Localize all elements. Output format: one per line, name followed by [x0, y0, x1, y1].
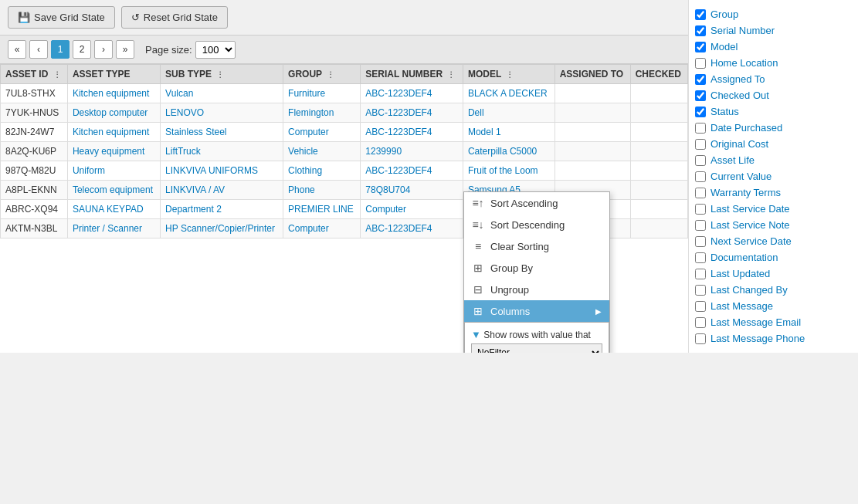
sidebar-label-warranty_terms: Warranty Terms — [710, 187, 781, 198]
context-menu-clear-sort[interactable]: ≡ Clear Sorting — [464, 235, 609, 257]
pagination-page-1-button[interactable]: 1 — [51, 40, 70, 59]
pagination-next-button[interactable]: › — [94, 40, 113, 59]
group-sort-icon: ⋮ — [327, 70, 334, 79]
sidebar-item-current_value[interactable]: Current Value — [695, 168, 852, 184]
cell-serial-number: ABC-1223DEF4 — [361, 123, 463, 142]
sidebar-checkbox-last_updated[interactable] — [695, 269, 706, 279]
filter-condition-1-select[interactable]: NoFilter Contains Does not contain Start… — [471, 343, 602, 353]
cell-serial-number: 1239990 — [361, 142, 463, 161]
sidebar-checkbox-date_purchased[interactable] — [695, 123, 706, 134]
sort-asc-icon: ≡↑ — [472, 197, 484, 209]
sidebar-item-last_message[interactable]: Last Message — [695, 298, 852, 314]
ungroup-icon: ⊟ — [472, 283, 484, 296]
reset-grid-state-button[interactable]: ↺ Reset Grid State — [121, 6, 228, 29]
pagination-page-2-button[interactable]: 2 — [73, 40, 91, 59]
save-grid-state-button[interactable]: 💾 Save Grid State — [8, 6, 115, 29]
table-row: 8A2Q-KU6P Heavy equipment LiftTruck Vehi… — [1, 142, 688, 161]
col-serial-number[interactable]: SERIAL NUMBER ⋮ — [361, 65, 463, 84]
cell-assigned-to — [554, 103, 630, 123]
sidebar-checkbox-checked_out[interactable] — [695, 90, 706, 101]
col-model[interactable]: MODEL ⋮ — [463, 65, 554, 84]
sidebar-checkbox-last_changed_by[interactable] — [695, 285, 706, 296]
sidebar-checkbox-status[interactable] — [695, 107, 706, 117]
sidebar-checkbox-last_message_email[interactable] — [695, 317, 706, 328]
col-sub-type[interactable]: SUB TYPE ⋮ — [161, 65, 283, 84]
sidebar-item-last_message_email[interactable]: Last Message Email — [695, 314, 852, 330]
right-sidebar: GroupSerial NumberModelHome LocationAssi… — [688, 0, 858, 353]
sidebar-item-serial_number[interactable]: Serial Number — [695, 22, 852, 39]
sidebar-checkbox-current_value[interactable] — [695, 171, 706, 182]
sidebar-item-warranty_terms[interactable]: Warranty Terms — [695, 184, 852, 201]
pagination-first-button[interactable]: « — [8, 40, 26, 59]
pagination-prev-button[interactable]: ‹ — [29, 40, 48, 59]
sidebar-item-model[interactable]: Model — [695, 39, 852, 55]
sidebar-item-last_service_note[interactable]: Last Service Note — [695, 217, 852, 233]
sidebar-item-next_service_date[interactable]: Next Service Date — [695, 233, 852, 249]
cell-asset-type: Heavy equipment — [67, 142, 160, 161]
sidebar-checkbox-model[interactable] — [695, 42, 706, 52]
sidebar-item-documentation[interactable]: Documentation — [695, 249, 852, 266]
cell-group: Vehicle — [283, 142, 361, 161]
context-menu-sort-desc[interactable]: ≡↓ Sort Descending — [464, 214, 609, 235]
sidebar-label-last_updated: Last Updated — [710, 268, 770, 279]
col-group[interactable]: GROUP ⋮ — [283, 65, 361, 84]
filter-panel: ▼ Show rows with value that NoFilter Con… — [464, 322, 609, 353]
sidebar-item-last_message_phone[interactable]: Last Message Phone — [695, 330, 852, 347]
context-menu-sort-asc[interactable]: ≡↑ Sort Ascending — [464, 192, 609, 214]
sidebar-checkbox-next_service_date[interactable] — [695, 236, 706, 247]
sidebar-label-last_message: Last Message — [710, 300, 773, 312]
context-menu-group-by[interactable]: ⊞ Group By — [464, 257, 609, 279]
sidebar-label-current_value: Current Value — [710, 171, 772, 182]
sidebar-checkbox-last_message_phone[interactable] — [695, 333, 706, 344]
sidebar-label-last_message_phone: Last Message Phone — [710, 333, 805, 344]
sidebar-checkbox-original_cost[interactable] — [695, 139, 706, 150]
sidebar-item-last_updated[interactable]: Last Updated — [695, 266, 852, 282]
sidebar-checkbox-assigned_to[interactable] — [695, 74, 706, 85]
sidebar-checkbox-last_service_note[interactable] — [695, 220, 706, 231]
sidebar-checkbox-last_service_date[interactable] — [695, 204, 706, 215]
col-asset-id[interactable]: ASSET ID ⋮ — [1, 65, 68, 84]
cell-asset-type: SAUNA KEYPAD — [67, 200, 160, 219]
sidebar-checkbox-group[interactable] — [695, 9, 706, 20]
sidebar-item-group[interactable]: Group — [695, 6, 852, 22]
sidebar-label-last_message_email: Last Message Email — [710, 316, 801, 328]
sidebar-item-last_service_date[interactable]: Last Service Date — [695, 201, 852, 217]
sidebar-label-next_service_date: Next Service Date — [710, 235, 792, 247]
sidebar-checkbox-warranty_terms[interactable] — [695, 188, 706, 198]
cell-asset-type: Telecom equipment — [67, 181, 160, 200]
col-assigned-to[interactable]: ASSIGNED TO — [554, 65, 630, 84]
sidebar-item-original_cost[interactable]: Original Cost — [695, 136, 852, 152]
table-row: 82JN-24W7 Kitchen equipment Stainless St… — [1, 123, 688, 142]
col-asset-type[interactable]: ASSET TYPE — [67, 65, 160, 84]
cell-asset-type: Printer / Scanner — [67, 219, 160, 238]
page-size-select[interactable]: 100 50 25 — [195, 41, 236, 59]
sidebar-checkbox-asset_life[interactable] — [695, 155, 706, 166]
context-menu-ungroup[interactable]: ⊟ Ungroup — [464, 279, 609, 300]
sidebar-item-checked_out[interactable]: Checked Out — [695, 87, 852, 103]
pagination-bar: « ‹ 1 2 › » Page size: 100 50 25 — [0, 35, 688, 64]
cell-model: BLACK A DECKER — [463, 84, 554, 103]
sidebar-checkbox-serial_number[interactable] — [695, 25, 706, 36]
sidebar-item-last_changed_by[interactable]: Last Changed By — [695, 282, 852, 298]
cell-asset-id: 987Q-M82U — [1, 161, 68, 181]
cell-asset-id: 82JN-24W7 — [1, 123, 68, 142]
cell-model: Caterpilla C5000 — [463, 142, 554, 161]
sidebar-item-status[interactable]: Status — [695, 103, 852, 120]
cell-sub-type: LENOVO — [161, 103, 283, 123]
sidebar-checkbox-documentation[interactable] — [695, 252, 706, 263]
context-menu-columns[interactable]: ⊞ Columns ▶ — [464, 300, 609, 322]
sidebar-label-original_cost: Original Cost — [710, 138, 768, 150]
cell-checked-out — [630, 84, 687, 103]
sidebar-checkbox-home_location[interactable] — [695, 58, 706, 69]
sidebar-item-asset_life[interactable]: Asset Life — [695, 152, 852, 168]
sort-asc-label: Sort Ascending — [490, 198, 558, 209]
cell-group: Computer — [283, 123, 361, 142]
sidebar-checkbox-last_message[interactable] — [695, 301, 706, 312]
sidebar-item-date_purchased[interactable]: Date Purchased — [695, 120, 852, 136]
sidebar-item-assigned_to[interactable]: Assigned To — [695, 71, 852, 87]
pagination-last-button[interactable]: » — [116, 40, 134, 59]
cell-serial-number: 78Q8U704 — [361, 181, 463, 200]
col-checked-out[interactable]: CHECKED — [630, 65, 687, 84]
sidebar-item-home_location[interactable]: Home Location — [695, 55, 852, 71]
cell-asset-id: ABRC-XQ94 — [1, 200, 68, 219]
